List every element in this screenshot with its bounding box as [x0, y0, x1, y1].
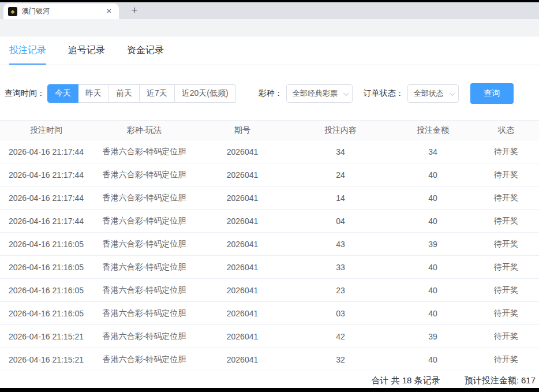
table-cell: 2026-04-16 21:17:44	[0, 216, 92, 226]
lottery-select-value: 全部经典彩票	[293, 88, 338, 99]
window-bottom-edge	[0, 388, 539, 392]
table-cell: 23	[289, 286, 392, 295]
table-row: 2026-04-16 21:16:05香港六合彩-特码定位胆2026041034…	[0, 302, 539, 325]
table-cell: 40	[392, 263, 473, 272]
table-cell: 待开奖	[473, 216, 539, 226]
table-cell: 2026041	[196, 286, 289, 295]
header-bet-time: 投注时间	[0, 125, 92, 136]
table-cell: 待开奖	[473, 170, 539, 180]
table-cell: 2026-04-16 21:15:21	[0, 355, 92, 364]
table-cell: 香港六合彩-特码定位胆	[92, 147, 196, 157]
chevron-down-icon	[343, 90, 349, 96]
record-tabs: 投注记录 追号记录 资金记录	[0, 36, 539, 65]
table-cell: 2026-04-16 21:17:44	[0, 147, 92, 156]
filter-bar: 查询时间： 今天 昨天 前天 近7天 近20天(低频) 彩种： 全部经典彩票 订…	[0, 65, 539, 104]
tab-fund-records[interactable]: 资金记录	[127, 36, 164, 65]
table-cell: 2026041	[196, 309, 289, 318]
table-header-row: 投注时间 彩种-玩法 期号 投注内容 投注金额 状态	[0, 120, 539, 140]
table-cell: 待开奖	[473, 147, 539, 157]
header-lottery-play: 彩种-玩法	[92, 125, 196, 136]
table-cell: 40	[392, 193, 473, 203]
status-filter-label: 订单状态：	[364, 88, 404, 99]
browser-tab-strip: ◆ 澳门银河 × +	[0, 2, 539, 19]
table-cell: 待开奖	[473, 262, 539, 272]
table-cell: 34	[289, 147, 392, 156]
table-cell: 香港六合彩-特码定位胆	[92, 354, 196, 365]
table-row: 2026-04-16 21:16:05香港六合彩-特码定位胆2026041433…	[0, 233, 539, 256]
table-cell: 2026041	[196, 240, 289, 249]
table-cell: 39	[392, 240, 473, 249]
table-row: 2026-04-16 21:17:44香港六合彩-特码定位胆2026041144…	[0, 186, 539, 210]
table-body: 2026-04-16 21:17:44香港六合彩-特码定位胆2026041343…	[0, 140, 539, 371]
lottery-select[interactable]: 全部经典彩票	[286, 84, 353, 103]
table-cell: 14	[289, 193, 392, 203]
time-filter-day-before[interactable]: 前天	[109, 84, 140, 103]
table-footer: 合计 共 18 条记录 预计投注金额: 617	[0, 371, 539, 390]
table-cell: 2026041	[196, 193, 289, 203]
table-cell: 香港六合彩-特码定位胆	[92, 285, 196, 296]
table-cell: 03	[289, 309, 392, 318]
table-cell: 2026-04-16 21:16:05	[0, 286, 92, 295]
table-cell: 40	[392, 309, 473, 318]
table-cell: 香港六合彩-特码定位胆	[92, 193, 196, 203]
table-row: 2026-04-16 21:16:05香港六合彩-特码定位胆2026041334…	[0, 256, 539, 279]
status-select-value: 全部状态	[414, 88, 444, 99]
table-cell: 2026041	[196, 170, 289, 180]
table-cell: 待开奖	[473, 239, 539, 249]
site-favicon-icon: ◆	[8, 7, 17, 16]
browser-tab[interactable]: ◆ 澳门银河 ×	[3, 3, 119, 19]
query-button[interactable]: 查询	[470, 83, 514, 104]
time-filter-yesterday[interactable]: 昨天	[78, 84, 109, 103]
table-cell: 待开奖	[473, 354, 539, 365]
header-bet-amount: 投注金额	[392, 125, 473, 136]
table-cell: 24	[289, 170, 392, 180]
time-filter-today[interactable]: 今天	[47, 84, 78, 103]
header-bet-content: 投注内容	[289, 125, 392, 136]
table-cell: 2026041	[196, 332, 289, 341]
new-tab-button[interactable]: +	[127, 3, 142, 18]
table-cell: 待开奖	[473, 285, 539, 296]
table-cell: 2026-04-16 21:15:21	[0, 332, 92, 341]
table-row: 2026-04-16 21:17:44香港六合彩-特码定位胆2026041244…	[0, 163, 539, 186]
table-cell: 43	[289, 240, 392, 249]
browser-tab-title: 澳门银河	[22, 6, 104, 16]
table-row: 2026-04-16 21:15:21香港六合彩-特码定位胆2026041324…	[0, 348, 539, 371]
time-filter-20days[interactable]: 近20天(低频)	[175, 84, 236, 103]
records-total-text: 合计 共 18 条记录	[371, 375, 440, 386]
table-cell: 2026041	[196, 216, 289, 226]
status-select[interactable]: 全部状态	[407, 84, 459, 103]
table-cell: 40	[392, 355, 473, 364]
tab-close-icon[interactable]: ×	[104, 6, 114, 17]
header-status: 状态	[473, 125, 539, 136]
table-cell: 32	[289, 355, 392, 364]
table-cell: 40	[392, 216, 473, 226]
table-cell: 04	[289, 216, 392, 226]
table-cell: 42	[289, 332, 392, 341]
time-filter-group: 今天 昨天 前天 近7天 近20天(低频)	[47, 84, 236, 103]
table-cell: 香港六合彩-特码定位胆	[92, 262, 196, 272]
time-filter-7days[interactable]: 近7天	[140, 84, 175, 103]
table-cell: 香港六合彩-特码定位胆	[92, 308, 196, 319]
page-content: 投注记录 追号记录 资金记录 查询时间： 今天 昨天 前天 近7天 近20天(低…	[0, 36, 539, 387]
table-cell: 待开奖	[473, 331, 539, 342]
table-cell: 2026041	[196, 263, 289, 272]
time-filter-label: 查询时间：	[5, 88, 45, 99]
browser-toolbar	[0, 19, 539, 36]
table-cell: 34	[392, 147, 473, 156]
tab-chase-records[interactable]: 追号记录	[68, 36, 105, 65]
table-cell: 2026041	[196, 355, 289, 364]
table-row: 2026-04-16 21:15:21香港六合彩-特码定位胆2026041423…	[0, 325, 539, 348]
estimated-amount-text: 预计投注金额: 617	[465, 375, 536, 386]
table-cell: 40	[392, 286, 473, 295]
table-cell: 香港六合彩-特码定位胆	[92, 239, 196, 249]
lottery-filter-label: 彩种：	[259, 88, 283, 99]
tab-bet-records[interactable]: 投注记录	[9, 36, 46, 65]
table-cell: 33	[289, 263, 392, 272]
table-row: 2026-04-16 21:17:44香港六合彩-特码定位胆2026041343…	[0, 140, 539, 163]
table-cell: 待开奖	[473, 193, 539, 203]
chevron-down-icon	[450, 90, 455, 96]
table-cell: 2026041	[196, 147, 289, 156]
table-cell: 39	[392, 332, 473, 341]
table-cell: 香港六合彩-特码定位胆	[92, 170, 196, 180]
table-cell: 2026-04-16 21:16:05	[0, 263, 92, 272]
